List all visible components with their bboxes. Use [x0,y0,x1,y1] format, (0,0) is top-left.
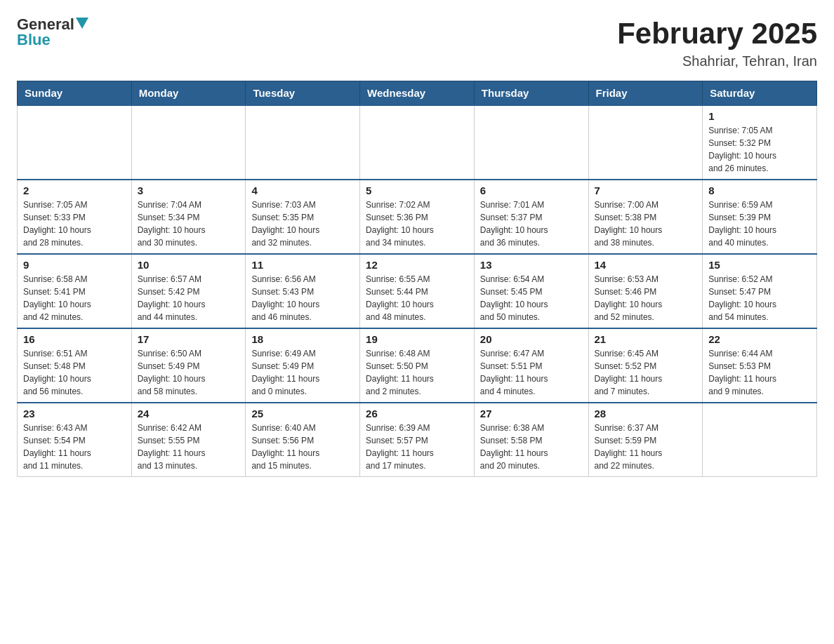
day-number: 18 [251,333,354,345]
calendar-cell: 4Sunrise: 7:03 AM Sunset: 5:35 PM Daylig… [246,180,360,254]
day-number: 21 [595,333,697,345]
day-info: Sunrise: 7:01 AM Sunset: 5:37 PM Dayligh… [480,199,583,249]
calendar-cell: 2Sunrise: 7:05 AM Sunset: 5:33 PM Daylig… [18,180,132,254]
logo-general-text: General [17,17,74,32]
calendar-cell: 14Sunrise: 6:53 AM Sunset: 5:46 PM Dayli… [588,254,703,328]
day-info: Sunrise: 6:39 AM Sunset: 5:57 PM Dayligh… [366,422,468,472]
day-number: 24 [138,408,240,420]
svg-marker-0 [76,18,88,29]
calendar-cell: 21Sunrise: 6:45 AM Sunset: 5:52 PM Dayli… [588,328,703,403]
day-number: 1 [708,110,811,122]
day-info: Sunrise: 6:51 AM Sunset: 5:48 PM Dayligh… [23,347,126,398]
day-number: 28 [595,408,697,420]
calendar-cell: 8Sunrise: 6:59 AM Sunset: 5:39 PM Daylig… [703,180,817,254]
day-number: 5 [366,185,468,196]
day-number: 3 [138,185,240,196]
calendar-cell: 19Sunrise: 6:48 AM Sunset: 5:50 PM Dayli… [360,328,475,403]
calendar-cell: 28Sunrise: 6:37 AM Sunset: 5:59 PM Dayli… [588,403,703,477]
calendar-cell: 3Sunrise: 7:04 AM Sunset: 5:34 PM Daylig… [131,180,246,254]
calendar-day-header: Tuesday [246,81,360,106]
day-info: Sunrise: 6:50 AM Sunset: 5:49 PM Dayligh… [138,347,240,398]
day-number: 13 [480,259,583,271]
calendar-week-row: 23Sunrise: 6:43 AM Sunset: 5:54 PM Dayli… [18,403,817,477]
calendar-cell: 1Sunrise: 7:05 AM Sunset: 5:32 PM Daylig… [703,105,817,180]
day-number: 11 [251,259,354,271]
day-number: 9 [23,259,126,271]
day-info: Sunrise: 6:57 AM Sunset: 5:42 PM Dayligh… [138,273,240,323]
calendar-cell: 25Sunrise: 6:40 AM Sunset: 5:56 PM Dayli… [246,403,360,477]
day-info: Sunrise: 7:05 AM Sunset: 5:32 PM Dayligh… [708,124,811,175]
calendar-cell: 7Sunrise: 7:00 AM Sunset: 5:38 PM Daylig… [588,180,703,254]
day-number: 25 [251,408,354,420]
day-number: 16 [23,333,126,345]
day-number: 19 [366,333,468,345]
day-number: 22 [708,333,811,345]
day-info: Sunrise: 6:55 AM Sunset: 5:44 PM Dayligh… [366,273,468,323]
day-number: 4 [251,185,354,196]
calendar-cell: 23Sunrise: 6:43 AM Sunset: 5:54 PM Dayli… [18,403,132,477]
calendar-cell: 12Sunrise: 6:55 AM Sunset: 5:44 PM Dayli… [360,254,475,328]
calendar-cell: 18Sunrise: 6:49 AM Sunset: 5:49 PM Dayli… [246,328,360,403]
calendar-cell [131,105,246,180]
calendar-title: February 2025 [617,17,817,51]
day-info: Sunrise: 7:02 AM Sunset: 5:36 PM Dayligh… [366,199,468,249]
day-info: Sunrise: 6:40 AM Sunset: 5:56 PM Dayligh… [251,422,354,472]
calendar-week-row: 2Sunrise: 7:05 AM Sunset: 5:33 PM Daylig… [18,180,817,254]
calendar-cell: 20Sunrise: 6:47 AM Sunset: 5:51 PM Dayli… [474,328,588,403]
day-info: Sunrise: 6:52 AM Sunset: 5:47 PM Dayligh… [708,273,811,323]
calendar-week-row: 9Sunrise: 6:58 AM Sunset: 5:41 PM Daylig… [18,254,817,328]
day-number: 7 [595,185,697,196]
day-info: Sunrise: 6:48 AM Sunset: 5:50 PM Dayligh… [366,347,468,398]
day-info: Sunrise: 7:03 AM Sunset: 5:35 PM Dayligh… [251,199,354,249]
day-number: 26 [366,408,468,420]
calendar-day-header: Thursday [474,81,588,106]
day-info: Sunrise: 6:59 AM Sunset: 5:39 PM Dayligh… [708,199,811,249]
calendar-cell: 22Sunrise: 6:44 AM Sunset: 5:53 PM Dayli… [703,328,817,403]
logo-blue-text: Blue [17,31,51,48]
logo: General Blue [17,17,88,48]
calendar-cell: 9Sunrise: 6:58 AM Sunset: 5:41 PM Daylig… [18,254,132,328]
day-info: Sunrise: 7:05 AM Sunset: 5:33 PM Dayligh… [23,199,126,249]
day-number: 15 [708,259,811,271]
day-number: 23 [23,408,126,420]
day-info: Sunrise: 7:00 AM Sunset: 5:38 PM Dayligh… [595,199,697,249]
calendar-cell [703,403,817,477]
day-info: Sunrise: 6:56 AM Sunset: 5:43 PM Dayligh… [251,273,354,323]
day-number: 14 [595,259,697,271]
calendar-header-row: SundayMondayTuesdayWednesdayThursdayFrid… [18,81,817,106]
day-info: Sunrise: 6:42 AM Sunset: 5:55 PM Dayligh… [138,422,240,472]
calendar-cell: 6Sunrise: 7:01 AM Sunset: 5:37 PM Daylig… [474,180,588,254]
calendar-cell: 16Sunrise: 6:51 AM Sunset: 5:48 PM Dayli… [18,328,132,403]
calendar-cell: 15Sunrise: 6:52 AM Sunset: 5:47 PM Dayli… [703,254,817,328]
day-info: Sunrise: 6:58 AM Sunset: 5:41 PM Dayligh… [23,273,126,323]
calendar-cell [246,105,360,180]
day-info: Sunrise: 6:49 AM Sunset: 5:49 PM Dayligh… [251,347,354,398]
calendar-day-header: Sunday [18,81,132,106]
calendar-cell [18,105,132,180]
day-number: 10 [138,259,240,271]
calendar-cell [360,105,475,180]
day-number: 27 [480,408,583,420]
day-number: 8 [708,185,811,196]
calendar-cell: 24Sunrise: 6:42 AM Sunset: 5:55 PM Dayli… [131,403,246,477]
day-info: Sunrise: 6:53 AM Sunset: 5:46 PM Dayligh… [595,273,697,323]
day-info: Sunrise: 6:45 AM Sunset: 5:52 PM Dayligh… [595,347,697,398]
calendar-cell: 17Sunrise: 6:50 AM Sunset: 5:49 PM Dayli… [131,328,246,403]
day-info: Sunrise: 6:54 AM Sunset: 5:45 PM Dayligh… [480,273,583,323]
day-info: Sunrise: 6:47 AM Sunset: 5:51 PM Dayligh… [480,347,583,398]
calendar-table: SundayMondayTuesdayWednesdayThursdayFrid… [17,81,817,477]
calendar-day-header: Wednesday [360,81,475,106]
day-info: Sunrise: 6:43 AM Sunset: 5:54 PM Dayligh… [23,422,126,472]
day-number: 6 [480,185,583,196]
calendar-cell [474,105,588,180]
calendar-day-header: Saturday [703,81,817,106]
calendar-day-header: Monday [131,81,246,106]
day-info: Sunrise: 6:37 AM Sunset: 5:59 PM Dayligh… [595,422,697,472]
calendar-cell: 5Sunrise: 7:02 AM Sunset: 5:36 PM Daylig… [360,180,475,254]
title-block: February 2025 Shahriar, Tehran, Iran [617,17,817,69]
day-number: 12 [366,259,468,271]
logo-arrow-icon [76,18,88,29]
calendar-cell: 13Sunrise: 6:54 AM Sunset: 5:45 PM Dayli… [474,254,588,328]
day-info: Sunrise: 6:38 AM Sunset: 5:58 PM Dayligh… [480,422,583,472]
day-number: 2 [23,185,126,196]
